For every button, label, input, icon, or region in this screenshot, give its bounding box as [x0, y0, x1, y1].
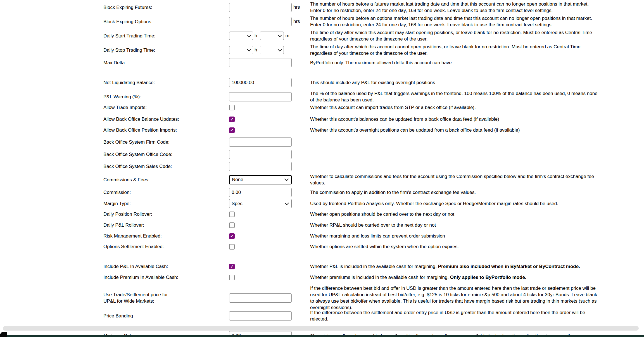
price-banding-input[interactable] — [229, 311, 292, 321]
field-description-daily-position-rollover: Whether open positions should be carried… — [310, 211, 601, 217]
field-label-line: Back Office System Sales Code: — [103, 163, 229, 170]
select-value: Spec — [232, 201, 243, 207]
field-control-use-trade-settlement-price — [229, 293, 310, 303]
daily-start-trading-time-select-hours[interactable] — [229, 32, 253, 40]
form-row-back-office-system-sales-code: Back Office System Sales Code: — [103, 162, 601, 171]
field-label-line: Commissions & Fees: — [103, 177, 229, 183]
net-liquidating-balance-input[interactable] — [229, 78, 292, 87]
checkmark-icon: ✓ — [230, 264, 234, 269]
unit-label: hrs — [293, 4, 300, 10]
description-text: If the difference between best bid and o… — [310, 286, 597, 310]
field-label-line: Risk Management Enabled: — [103, 233, 229, 239]
field-control-risk-management-enabled: ✓ — [229, 233, 310, 239]
field-control-back-office-system-sales-code — [229, 162, 310, 171]
chevron-down-icon — [284, 177, 289, 181]
form-row-block-expiring-futures: Block Expiring Futures:hrsThe number of … — [103, 1, 601, 14]
field-description-include-premium-in-available-cash: Whether premiums is included in the avai… — [310, 274, 601, 281]
description-text: Whether premiums is included in the avai… — [310, 275, 450, 280]
field-label-risk-management-enabled: Risk Management Enabled: — [103, 233, 229, 239]
include-premium-in-available-cash-checkbox[interactable] — [229, 275, 235, 280]
field-label-back-office-system-sales-code: Back Office System Sales Code: — [103, 163, 229, 170]
block-expiring-futures-input[interactable] — [229, 3, 292, 12]
block-expiring-options-input[interactable] — [229, 17, 292, 26]
unit-label: h — [255, 47, 257, 53]
field-label-daily-stop-trading-time: Daily Stop Trading Time: — [103, 47, 229, 53]
commission-input[interactable] — [229, 188, 292, 197]
options-settlement-enabled-checkbox[interactable] — [229, 244, 235, 250]
form-row-block-expiring-options: Block Expiring Options:hrsThe number of … — [103, 15, 601, 28]
form-row-allow-back-office-balance-updates: Allow Back Office Balance Updates:✓Wheth… — [103, 115, 601, 124]
field-control-daily-position-rollover — [229, 212, 310, 217]
chevron-down-icon — [278, 47, 282, 52]
field-label-use-trade-settlement-price: Use Trade/Settlement price forUP&L for W… — [103, 291, 229, 304]
form-row-max-delta: Max Delta:ByPortfolio only. The maximum … — [103, 58, 601, 67]
field-label-include-premium-in-available-cash: Include Premium In Available Cash: — [103, 274, 229, 281]
field-description-max-delta: ByPortfolio only. The maximum allowed de… — [310, 60, 601, 66]
daily-stop-trading-time-select-hours[interactable] — [229, 46, 253, 54]
field-control-commission — [229, 188, 310, 197]
field-label-line: Back Office System Office Code: — [103, 151, 229, 158]
field-label-daily-pnl-rollover: Daily P&L Rollover: — [103, 222, 229, 228]
field-label-include-pnl-in-available-cash: Include P&L In Available Cash: — [103, 263, 229, 270]
field-label-block-expiring-options: Block Expiring Options: — [103, 18, 229, 25]
description-text: Used by frontend Portfolio Analysis only… — [310, 201, 558, 206]
daily-stop-trading-time-select-minutes[interactable] — [260, 46, 284, 54]
margin-type-select[interactable]: Spec — [229, 199, 292, 208]
field-description-daily-stop-trading-time: The time of day after which this account… — [310, 44, 601, 56]
form-row-allow-back-office-position-imports: Allow Back Office Position Imports:✓Whet… — [103, 125, 601, 135]
description-text: ByPortfolio only. The maximum allowed de… — [310, 60, 453, 65]
chevron-down-icon — [278, 33, 282, 37]
field-control-allow-back-office-position-imports: ✓ — [229, 127, 310, 133]
form-row-daily-pnl-rollover: Daily P&L Rollover:Whether RP&L should b… — [103, 220, 601, 230]
daily-pnl-rollover-checkbox[interactable] — [229, 222, 235, 228]
commissions-and-fees-select[interactable]: None — [229, 175, 292, 184]
allow-back-office-balance-updates-checkbox[interactable]: ✓ — [229, 117, 235, 122]
field-label-line: Margin Type: — [103, 200, 229, 207]
allow-trade-imports-checkbox[interactable] — [229, 105, 235, 110]
field-control-include-premium-in-available-cash — [229, 275, 310, 280]
field-label-margin-type: Margin Type: — [103, 200, 229, 207]
form-row-options-settlement-enabled: Options Settlement Enabled:Whether optio… — [103, 242, 601, 251]
back-office-system-sales-code-input[interactable] — [229, 162, 292, 171]
description-text: Whether RP&L should be carried over to t… — [310, 222, 436, 228]
field-control-margin-type: Spec — [229, 199, 310, 208]
field-label-allow-back-office-balance-updates: Allow Back Office Balance Updates: — [103, 116, 229, 122]
risk-management-enabled-checkbox[interactable]: ✓ — [229, 233, 235, 239]
field-label-line: Back Office System Firm Code: — [103, 139, 229, 145]
field-label-daily-start-trading-time: Daily Start Trading Time: — [103, 33, 229, 39]
field-control-back-office-system-firm-code — [229, 137, 310, 147]
field-label-line: Max Delta: — [103, 60, 229, 66]
field-description-include-pnl-in-available-cash: Whether P&L is included in the available… — [310, 263, 601, 270]
description-text: Whether margining and loss limits can pr… — [310, 233, 445, 239]
horizontal-scrollbar-thumb[interactable] — [3, 326, 639, 331]
daily-start-trading-time-select-minutes[interactable] — [260, 32, 284, 40]
field-description-allow-back-office-position-imports: Whether this account's overnight positio… — [310, 127, 601, 133]
field-control-block-expiring-futures: hrs — [229, 3, 310, 12]
form-row-back-office-system-firm-code: Back Office System Firm Code: — [103, 137, 601, 147]
field-label-back-office-system-office-code: Back Office System Office Code: — [103, 151, 229, 158]
field-description-block-expiring-futures: The number of hours before a futures mar… — [310, 1, 601, 14]
pnl-warning-input[interactable] — [229, 92, 292, 101]
field-control-include-pnl-in-available-cash: ✓ — [229, 264, 310, 269]
field-description-net-liquidating-balance: This should include any P&L for existing… — [310, 79, 601, 86]
field-label-line: Block Expiring Futures: — [103, 4, 229, 11]
max-delta-input[interactable] — [229, 58, 292, 67]
field-control-block-expiring-options: hrs — [229, 17, 310, 26]
use-trade-settlement-price-input[interactable] — [229, 293, 292, 303]
field-description-allow-trade-imports: Whether this account can import trades f… — [310, 104, 601, 111]
field-description-options-settlement-enabled: Whether options are settled within the s… — [310, 243, 601, 250]
select-value: None — [232, 177, 243, 182]
include-pnl-in-available-cash-checkbox[interactable]: ✓ — [229, 264, 235, 269]
description-text: Only applies to ByPortfolio mode. — [450, 275, 526, 280]
back-office-system-office-code-input[interactable] — [229, 150, 292, 159]
field-label-options-settlement-enabled: Options Settlement Enabled: — [103, 243, 229, 250]
form-row-margin-type: Margin Type:SpecUsed by frontend Portfol… — [103, 199, 601, 208]
field-label-max-delta: Max Delta: — [103, 60, 229, 66]
field-label-line: Daily Stop Trading Time: — [103, 47, 229, 53]
back-office-system-firm-code-input[interactable] — [229, 137, 292, 147]
allow-back-office-position-imports-checkbox[interactable]: ✓ — [229, 127, 235, 133]
field-label-pnl-warning: P&L Warning (%): — [103, 94, 229, 100]
daily-position-rollover-checkbox[interactable] — [229, 212, 235, 217]
field-control-price-banding — [229, 311, 310, 321]
field-label-back-office-system-firm-code: Back Office System Firm Code: — [103, 139, 229, 145]
